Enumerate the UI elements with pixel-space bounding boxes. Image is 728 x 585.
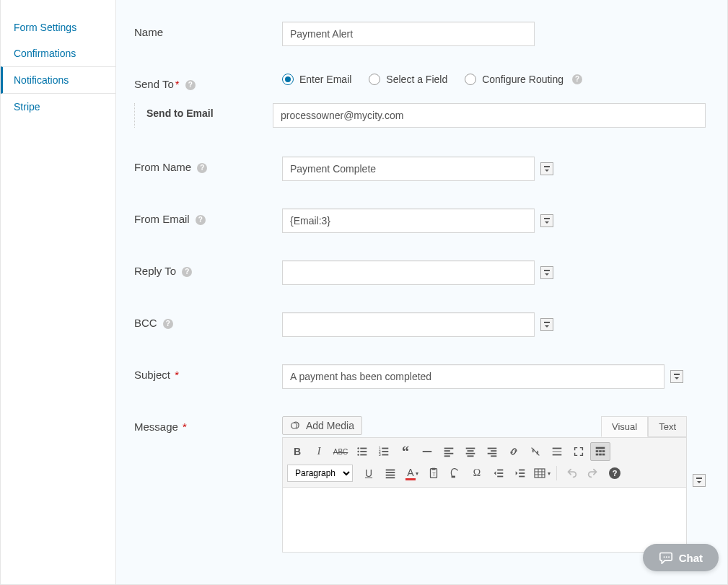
text-color-button[interactable]: A▾ [402, 464, 422, 483]
redo-button[interactable] [583, 464, 603, 483]
svg-rect-63 [535, 469, 545, 478]
message-editor: Add Media Visual Text B I ABC [282, 416, 687, 553]
svg-rect-23 [423, 451, 432, 452]
sidebar-item-confirmations[interactable]: Confirmations [1, 40, 115, 66]
merge-tag-button[interactable] [540, 162, 553, 175]
svg-rect-14 [360, 451, 367, 452]
svg-rect-59 [519, 470, 525, 471]
align-justify-button[interactable] [380, 464, 400, 483]
svg-point-15 [357, 454, 359, 455]
svg-point-11 [357, 447, 359, 449]
paste-text-button[interactable]: T [424, 464, 444, 483]
link-button[interactable] [504, 442, 524, 461]
format-select[interactable]: Paragraph [287, 465, 353, 482]
merge-tag-button[interactable] [670, 370, 683, 383]
align-left-button[interactable] [439, 442, 459, 461]
from-email-label: From Email ? [134, 208, 282, 225]
unlink-button[interactable] [525, 442, 545, 461]
from-name-label: From Name ? [134, 157, 282, 173]
undo-button[interactable] [561, 464, 582, 483]
toolbar-toggle-button[interactable] [590, 442, 610, 461]
underline-button[interactable]: U [359, 464, 379, 483]
svg-marker-7 [545, 325, 549, 327]
from-email-input[interactable] [282, 208, 535, 233]
help-icon[interactable]: ? [572, 74, 582, 84]
from-name-input[interactable] [282, 157, 535, 181]
svg-point-71 [665, 556, 667, 558]
editor-toolbar: B I ABC 123 “ [282, 437, 687, 488]
send-to-email-label: Send to Email [146, 103, 273, 128]
svg-rect-42 [599, 450, 602, 452]
svg-rect-22 [382, 454, 388, 456]
sidebar-item-notifications[interactable]: Notifications [1, 66, 115, 94]
sidebar-item-form-settings[interactable]: Form Settings [1, 14, 115, 40]
svg-rect-60 [519, 472, 525, 474]
help-icon[interactable]: ? [196, 215, 206, 225]
name-input[interactable] [282, 22, 535, 46]
svg-rect-31 [468, 455, 474, 457]
svg-rect-20 [382, 451, 388, 452]
help-icon[interactable]: ? [197, 163, 207, 173]
svg-rect-12 [360, 448, 367, 449]
editor-help-button[interactable]: ? [605, 464, 625, 483]
svg-rect-55 [497, 470, 503, 471]
svg-rect-33 [491, 450, 496, 452]
chat-widget-button[interactable]: Chat [643, 544, 719, 571]
svg-rect-4 [544, 270, 550, 271]
message-textarea[interactable] [282, 488, 687, 553]
insert-more-button[interactable] [547, 442, 567, 461]
svg-rect-27 [444, 455, 450, 457]
send-to-email-row: Send to Email [134, 103, 706, 128]
sidebar-item-stripe[interactable]: Stripe [1, 94, 115, 120]
svg-point-10 [291, 423, 297, 428]
svg-rect-61 [519, 476, 525, 478]
sendto-option-enter-email[interactable]: Enter Email [282, 74, 351, 85]
reply-to-input[interactable] [282, 260, 535, 285]
svg-rect-18 [382, 448, 388, 449]
table-button[interactable]: ▾ [532, 464, 552, 483]
svg-rect-47 [386, 470, 395, 471]
merge-tag-button[interactable] [540, 318, 553, 331]
clear-formatting-button[interactable] [445, 464, 465, 483]
align-right-button[interactable] [482, 442, 502, 461]
merge-tag-button[interactable] [540, 266, 553, 279]
svg-point-70 [663, 556, 665, 558]
horizontal-rule-button[interactable] [417, 442, 437, 461]
sendto-option-configure-routing[interactable]: Configure Routing ? [465, 74, 582, 85]
merge-tag-button[interactable] [540, 214, 553, 227]
align-center-button[interactable] [460, 442, 481, 461]
help-icon[interactable]: ? [185, 80, 196, 90]
svg-rect-54 [452, 476, 455, 478]
settings-sidebar: Form Settings Confirmations Notification… [1, 0, 116, 584]
blockquote-button[interactable]: “ [395, 442, 416, 461]
special-char-button[interactable]: Ω [467, 464, 487, 483]
indent-button[interactable] [510, 464, 530, 483]
bulleted-list-button[interactable] [352, 442, 372, 461]
strikethrough-button[interactable]: ABC [330, 442, 351, 461]
svg-rect-30 [466, 453, 475, 454]
svg-marker-1 [545, 170, 549, 172]
editor-tab-visual[interactable]: Visual [601, 416, 648, 437]
svg-rect-0 [544, 166, 550, 167]
help-icon[interactable]: ? [182, 267, 192, 277]
svg-rect-50 [386, 477, 395, 478]
bold-button[interactable]: B [287, 442, 307, 461]
fullscreen-button[interactable] [569, 442, 589, 461]
italic-button[interactable]: I [309, 442, 329, 461]
svg-point-13 [357, 451, 359, 452]
outdent-button[interactable] [488, 464, 509, 483]
editor-tab-text[interactable]: Text [648, 416, 687, 437]
svg-rect-57 [497, 476, 503, 478]
add-media-button[interactable]: Add Media [282, 416, 362, 435]
svg-rect-39 [553, 454, 562, 456]
svg-rect-56 [497, 472, 503, 474]
numbered-list-button[interactable]: 123 [374, 442, 394, 461]
bcc-input[interactable] [282, 312, 535, 337]
sendto-option-select-field[interactable]: Select a Field [369, 74, 447, 85]
subject-input[interactable] [282, 364, 665, 389]
svg-rect-28 [466, 448, 475, 449]
help-icon[interactable]: ? [163, 319, 173, 329]
svg-point-72 [668, 556, 670, 558]
send-to-email-input[interactable] [273, 103, 706, 128]
merge-tag-button[interactable] [693, 474, 706, 487]
